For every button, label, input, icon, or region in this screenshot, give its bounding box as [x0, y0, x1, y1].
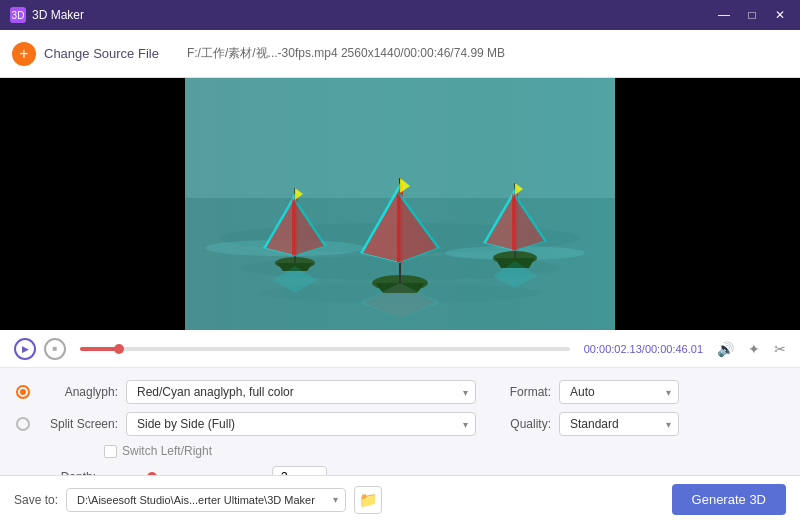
volume-icon[interactable]: 🔊 [717, 341, 734, 357]
switch-leftright-label[interactable]: Switch Left/Right [104, 444, 212, 458]
anaglyph-select[interactable]: Red/Cyan anaglyph, full color [126, 380, 476, 404]
format-group: Format: Auto [496, 380, 784, 404]
maximize-button[interactable]: □ [742, 5, 762, 25]
app-icon: 3D [10, 7, 26, 23]
change-source-label[interactable]: Change Source File [44, 46, 159, 61]
format-select[interactable]: Auto [559, 380, 679, 404]
generate-3d-button[interactable]: Generate 3D [672, 484, 786, 515]
browse-folder-button[interactable]: 📁 [354, 486, 382, 514]
add-source-button[interactable]: + [12, 42, 36, 66]
video-content [185, 78, 615, 330]
progress-track[interactable] [80, 347, 570, 351]
settings-row-1: Anaglyph: Red/Cyan anaglyph, full color … [16, 380, 784, 404]
folder-icon: 📁 [359, 491, 378, 509]
file-info: F:/工作/素材/视...-30fps.mp4 2560x1440/00:00:… [187, 45, 505, 62]
quality-select[interactable]: Standard [559, 412, 679, 436]
save-label: Save to: [14, 493, 58, 507]
splitscreen-select[interactable]: Side by Side (Full) [126, 412, 476, 436]
splitscreen-select-wrapper: Side by Side (Full) [126, 412, 476, 436]
video-black-left [0, 78, 185, 330]
splitscreen-label: Split Screen: [38, 417, 118, 431]
splitscreen-group: Split Screen: Side by Side (Full) [16, 412, 496, 436]
switch-leftright-text: Switch Left/Right [122, 444, 212, 458]
play-button[interactable]: ▶ [14, 338, 36, 360]
minimize-button[interactable]: — [714, 5, 734, 25]
scissors-icon[interactable]: ✂ [774, 341, 786, 357]
svg-rect-36 [185, 78, 615, 330]
stop-button[interactable]: ■ [44, 338, 66, 360]
save-path-wrapper: D:\Aiseesoft Studio\Ais...erter Ultimate… [66, 488, 346, 512]
format-select-wrapper: Auto [559, 380, 679, 404]
anaglyph-select-wrapper: Red/Cyan anaglyph, full color [126, 380, 476, 404]
close-button[interactable]: ✕ [770, 5, 790, 25]
quality-label: Quality: [496, 417, 551, 431]
splitscreen-radio[interactable] [16, 417, 30, 431]
settings-row-3: Switch Left/Right [16, 444, 784, 458]
app-title: 3D Maker [32, 8, 714, 22]
title-bar: 3D 3D Maker — □ ✕ [0, 0, 800, 30]
format-label: Format: [496, 385, 551, 399]
anaglyph-label: Anaglyph: [38, 385, 118, 399]
save-path-select[interactable]: D:\Aiseesoft Studio\Ais...erter Ultimate… [66, 488, 346, 512]
settings-row-2: Split Screen: Side by Side (Full) Qualit… [16, 412, 784, 436]
playback-bar: ▶ ■ 00:00:02.13/00:00:46.01 🔊 ✦ ✂ [0, 330, 800, 368]
play-icon: ▶ [22, 344, 29, 354]
bottom-bar: Save to: D:\Aiseesoft Studio\Ais...erter… [0, 475, 800, 523]
window-controls: — □ ✕ [714, 5, 790, 25]
anaglyph-group: Anaglyph: Red/Cyan anaglyph, full color [16, 380, 496, 404]
quality-group: Quality: Standard [496, 412, 784, 436]
toolbar: + Change Source File F:/工作/素材/视...-30fps… [0, 30, 800, 78]
settings-icon[interactable]: ✦ [748, 341, 760, 357]
anaglyph-radio[interactable] [16, 385, 30, 399]
anaglyph-svg [185, 78, 615, 330]
progress-dot [114, 344, 124, 354]
video-black-right [615, 78, 800, 330]
switch-leftright-checkbox[interactable] [104, 445, 117, 458]
stop-icon: ■ [53, 344, 58, 353]
time-display: 00:00:02.13/00:00:46.01 [584, 343, 703, 355]
video-preview [0, 78, 800, 330]
quality-select-wrapper: Standard [559, 412, 679, 436]
